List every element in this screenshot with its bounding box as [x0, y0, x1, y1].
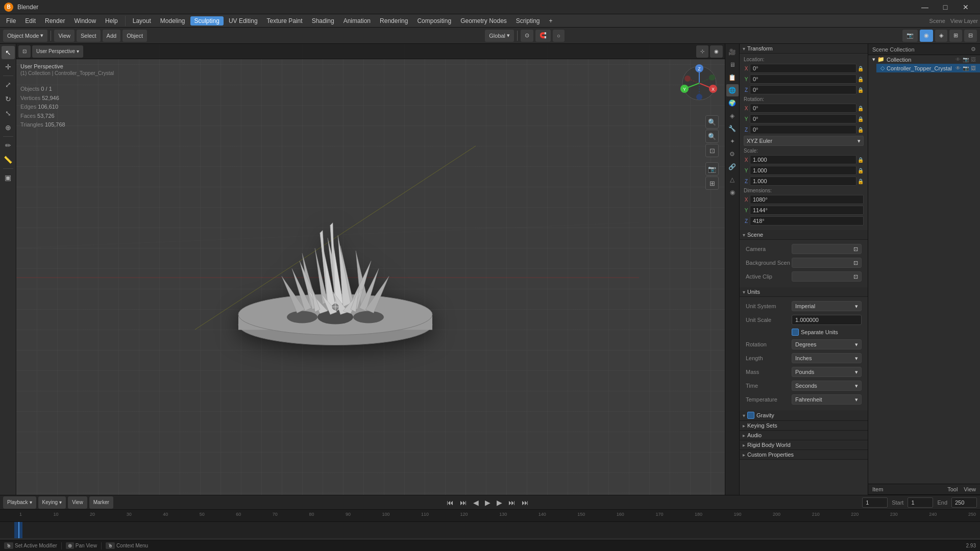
custom-properties-section-header[interactable]: ▸ Custom Properties [740, 450, 868, 460]
step-back-btn[interactable]: ◀ [471, 497, 481, 508]
workspace-shading[interactable]: Shading [308, 16, 338, 26]
timeline-view-dropdown[interactable]: View [68, 496, 87, 509]
jump-end-btn[interactable]: ⏭ [520, 497, 531, 508]
workspace-compositing[interactable]: Compositing [413, 16, 455, 26]
loc-x-input[interactable]: 0° [750, 64, 856, 73]
crystal-camera[interactable]: 📷 [963, 65, 969, 71]
vp-view-dropdown[interactable]: User Perspective ▾ [32, 45, 83, 58]
data-props-btn[interactable]: △ [726, 173, 739, 186]
scale-tool[interactable]: ⤡ [2, 107, 15, 120]
zoom-fit-btn[interactable]: ⊡ [705, 144, 719, 157]
workspace-modeling[interactable]: Modeling [156, 16, 189, 26]
scale-x-input[interactable]: 1.000 [750, 155, 856, 164]
rot-z-input[interactable]: 0° [750, 125, 856, 134]
time-dropdown[interactable]: Seconds ▾ [792, 381, 862, 391]
select-button[interactable]: Select [77, 30, 101, 42]
rotation-units-dropdown[interactable]: Degrees ▾ [792, 339, 862, 349]
timeline-playback-dropdown[interactable]: Playback▾ [3, 496, 36, 509]
view-layer-props-btn[interactable]: 📋 [726, 71, 739, 84]
loc-y-input[interactable]: 0° [750, 74, 856, 84]
global-dropdown[interactable]: Global▾ [485, 30, 514, 42]
annotate-tool[interactable]: ✏ [2, 139, 15, 152]
maximize-button[interactable]: □ [935, 0, 955, 14]
collection-render[interactable]: 🖼 [971, 57, 976, 62]
current-frame-input[interactable]: 1 [862, 497, 888, 508]
scale-y-input[interactable]: 1.000 [750, 166, 856, 175]
jump-start-btn[interactable]: ⏮ [445, 497, 456, 508]
menu-edit[interactable]: Edit [21, 16, 40, 26]
transform-section-header[interactable]: ▾ Transform [740, 44, 868, 54]
loc-z-input[interactable]: 0° [750, 85, 856, 94]
zoom-in-btn[interactable]: 🔍 [705, 115, 719, 129]
pivot-btn[interactable]: ⊙ [521, 30, 533, 42]
workspace-uv-editing[interactable]: UV Editing [225, 16, 262, 26]
dim-y-input[interactable]: 1144° [750, 206, 864, 215]
add-cube-tool[interactable]: ▣ [2, 171, 15, 184]
units-section-header[interactable]: ▾ Units [740, 287, 868, 297]
crystal-render[interactable]: 🖼 [971, 65, 976, 71]
length-dropdown[interactable]: Inches ▾ [792, 353, 862, 363]
snap-btn[interactable]: 🧲 [535, 30, 551, 42]
toggle-camera-btn[interactable]: 📷 [705, 162, 719, 176]
bg-scene-dropdown[interactable]: ⊡ [792, 258, 862, 268]
menu-window[interactable]: Window [70, 16, 100, 26]
workspace-geometry-nodes[interactable]: Geometry Nodes [456, 16, 511, 26]
render-props-btn[interactable]: 🎥 [726, 46, 739, 58]
step-fwd-btn[interactable]: ▶ [495, 497, 504, 508]
object-button[interactable]: Object [122, 30, 147, 42]
modifier-props-btn[interactable]: 🔧 [726, 122, 739, 135]
audio-section-header[interactable]: ▸ Audio [740, 431, 868, 440]
zoom-out-btn[interactable]: 🔍 [705, 130, 719, 143]
gravity-section-header[interactable]: ▾ Gravity [740, 410, 868, 421]
timeline-marker-dropdown[interactable]: Marker [89, 496, 113, 509]
gravity-checkbox[interactable] [747, 412, 754, 419]
viewport[interactable]: ⊡ User Perspective ▾ ⊹ ◉ User Perspectiv… [16, 44, 725, 495]
vp-gizmo-btn[interactable]: ⊹ [696, 45, 708, 58]
outliner-filter-btn[interactable]: ⚙ [971, 46, 976, 53]
nav-gizmo[interactable]: Z X Y [680, 64, 719, 104]
toggle-ortho-btn[interactable]: ⊞ [705, 177, 719, 190]
proportional-btn[interactable]: ○ [553, 30, 565, 42]
move-tool[interactable]: ⤢ [2, 78, 15, 91]
camera-dropdown[interactable]: ⊡ [792, 244, 862, 254]
keying-sets-section-header[interactable]: ▸ Keying Sets [740, 421, 868, 431]
measure-tool[interactable]: 📏 [2, 153, 15, 166]
view-button[interactable]: View [54, 30, 75, 42]
unit-scale-input[interactable]: 1.000000 [792, 315, 862, 325]
object-mode-dropdown[interactable]: Object Mode ▾ [3, 30, 47, 42]
physics-props-btn[interactable]: ⚙ [726, 148, 739, 160]
rigid-body-world-section-header[interactable]: ▸ Rigid Body World [740, 440, 868, 450]
menu-help[interactable]: Help [101, 16, 122, 26]
dim-z-input[interactable]: 418° [750, 216, 864, 226]
xray-btn[interactable]: ⊟ [964, 30, 977, 42]
next-keyframe-btn[interactable]: ⏭ [506, 497, 518, 508]
workspace-sculpting[interactable]: Sculpting [190, 16, 224, 26]
camera-view-btn[interactable]: 📷 [902, 30, 918, 42]
material-preview-btn[interactable]: ◉ [920, 30, 933, 42]
vp-viewport-shading[interactable]: ◉ [710, 45, 723, 58]
menu-file[interactable]: File [2, 16, 20, 26]
workspace-layout[interactable]: Layout [129, 16, 155, 26]
crystal-eye[interactable]: 👁 [955, 65, 961, 71]
rot-y-input[interactable]: 0° [750, 114, 856, 123]
outliner-collection[interactable]: ▾ 📁 Collection 👁 📷 🖼 [868, 55, 980, 64]
constraints-props-btn[interactable]: 🔗 [726, 161, 739, 173]
workspace-texture-paint[interactable]: Texture Paint [263, 16, 307, 26]
object-props-btn[interactable]: ◈ [726, 110, 739, 122]
collection-camera[interactable]: 📷 [963, 57, 969, 62]
scene-props-btn[interactable]: 🌐 [726, 84, 739, 96]
separate-units-checkbox[interactable] [792, 329, 799, 336]
close-button[interactable]: ✕ [955, 0, 976, 14]
collection-eye[interactable]: 👁 [955, 57, 961, 62]
rot-x-input[interactable]: 0° [750, 104, 856, 113]
workspace-add[interactable]: + [545, 16, 557, 26]
menu-render[interactable]: Render [41, 16, 69, 26]
vp-mode-toggle[interactable]: ⊡ [18, 45, 31, 58]
start-frame-input[interactable]: 1 [908, 497, 933, 508]
material-props-btn[interactable]: ◉ [726, 186, 739, 198]
transform-tool[interactable]: ⊕ [2, 121, 15, 134]
overlay-btn[interactable]: ⊞ [949, 30, 962, 42]
rotation-mode-dropdown[interactable]: XYZ Euler ▾ [744, 136, 864, 146]
rendered-view-btn[interactable]: ◈ [935, 30, 947, 42]
mass-dropdown[interactable]: Pounds ▾ [792, 367, 862, 377]
